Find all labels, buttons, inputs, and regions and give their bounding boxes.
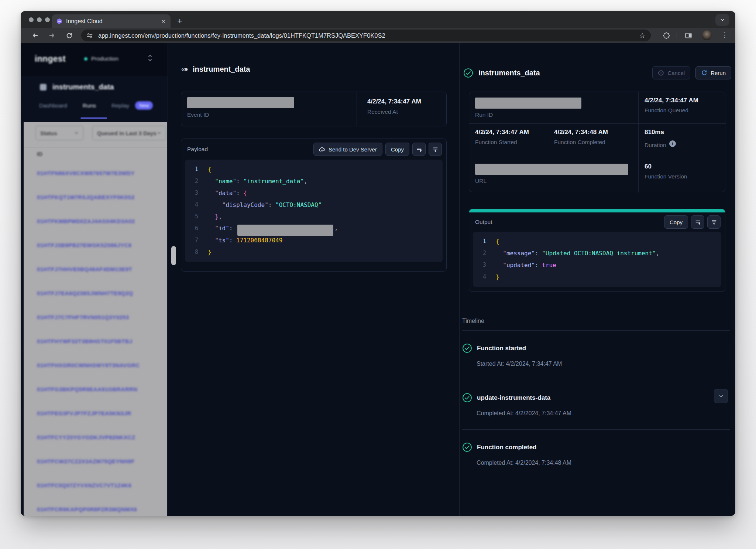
run-id-link[interactable]: 01HTFKQT1M7RSJQABEXYF0K0S2 <box>37 194 135 200</box>
run-id-row[interactable]: 01HTFG3BKPQ5R9EAA91GBRARRN <box>24 377 167 401</box>
send-to-dev-server-button[interactable]: Send to Dev Server <box>313 143 382 156</box>
tab-runs[interactable]: Runs <box>83 102 96 109</box>
lines-down-arrow-icon <box>711 219 717 225</box>
sidebar-scrollbar-thumb[interactable] <box>171 246 176 265</box>
run-id-row[interactable]: 01HTFCW27CZ2X3AZM75QEYNH9F <box>24 449 167 473</box>
extensions-button[interactable] <box>662 31 671 40</box>
event-panel: «● instrument_data Event ID 4/2/24, 7:34… <box>168 43 459 516</box>
output-scroll-to-bottom-button[interactable] <box>707 215 721 229</box>
run-id-link[interactable]: 01HTFJ7C7FHF7RVN051Q3Y0253 <box>37 314 129 320</box>
tab-dashboard[interactable]: Dashboard <box>39 102 67 109</box>
reload-icon <box>66 32 73 39</box>
run-id-row[interactable]: 01HTFCR9KAPQP0R8PZR3MQNMX6 <box>24 497 167 516</box>
payload-code[interactable]: 1{2 "name": "instrument_data",3 "data": … <box>185 160 443 262</box>
run-id-row[interactable]: 01HTFC5Q07ZYVXNZVC7VT1Z4K6 <box>24 473 167 497</box>
url-bar[interactable]: app.inngest.com/env/production/functions… <box>81 30 651 41</box>
run-id-row[interactable]: 01HTFJ3B9PB27EWGK5Z086JYC8 <box>24 233 167 257</box>
minimize-window-button[interactable] <box>37 17 42 22</box>
rerun-button[interactable]: Rerun <box>695 66 731 79</box>
info-icon[interactable]: i <box>669 140 676 147</box>
inngest-logo[interactable]: inngest <box>35 54 66 64</box>
timeline-item: update-instruments-data Completed At: 4/… <box>462 380 730 430</box>
env-chevrons-icon[interactable] <box>148 54 152 62</box>
run-id-link[interactable]: 01HTFJ7EA6Q238SJWNH7TE9Q2Q <box>37 290 133 296</box>
function-completed-cell: 4/2/24, 7:34:48 AM Function Completed <box>548 124 638 158</box>
run-id-link[interactable]: 01HTFJ7HHVE0BQ48AF4DM13E9T <box>37 266 132 272</box>
cancel-button[interactable]: Cancel <box>652 66 690 79</box>
payload-copy-button[interactable]: Copy <box>385 143 409 156</box>
browser-menu-button[interactable]: ⋮ <box>721 30 728 40</box>
timeline-item-title: update-instruments-data <box>477 394 550 402</box>
function-icon <box>40 84 47 91</box>
step-success-check-icon <box>462 393 472 403</box>
run-id-row[interactable]: 01HTFCYYZ0YGYGDKJVP82NKXCZ <box>24 425 167 449</box>
chevron-down-icon <box>74 131 79 135</box>
run-id-link[interactable]: 01HTFG3BKPQ5R9EAA91GBRARRN <box>37 386 137 392</box>
output-success-accent <box>469 209 725 212</box>
new-badge: New <box>135 101 153 110</box>
active-tab-underline <box>80 117 107 119</box>
output-word-wrap-button[interactable] <box>691 215 704 229</box>
run-id-link[interactable]: 01HTFEG3FVJP7FZJP7EA5KN3JR <box>37 410 131 416</box>
lines-down-arrow-icon <box>432 146 439 153</box>
profile-avatar[interactable] <box>702 30 712 40</box>
timeline-title: Timeline <box>462 318 730 331</box>
scroll-to-bottom-button[interactable] <box>429 143 442 156</box>
run-id-link[interactable]: 01HTFHXGR0CWNHSWY8T3NAVGRC <box>37 362 140 368</box>
output-copy-button[interactable]: Copy <box>664 215 688 229</box>
run-id-link[interactable]: 01HTFCYYZ0YGYGDKJVP82NKXCZ <box>37 434 135 440</box>
run-id-link[interactable]: 01HTFJ3B9PB27EWGK5Z086JYC8 <box>37 242 131 248</box>
run-id-row[interactable]: 01HTFHYWF32T3B9HGT01F5BTBJ <box>24 329 167 353</box>
function-title: instruments_data <box>52 83 114 91</box>
timeline-expand-button[interactable] <box>714 389 728 403</box>
new-tab-button[interactable]: + <box>177 15 182 27</box>
run-id-row[interactable]: 01HTFKMBPMD0ZAJ4AG04KD3A02 <box>24 209 167 233</box>
zoom-window-button[interactable] <box>45 17 50 22</box>
window-controls[interactable] <box>29 17 50 22</box>
code-line: 8} <box>185 246 443 258</box>
run-id-link[interactable]: 01HTFCW27CZ2X3AZM75QEYNH9F <box>37 458 135 464</box>
run-id-row[interactable]: 01HTFN86XV8CXW87657W7E3WDY <box>24 161 167 185</box>
rerun-icon <box>701 70 707 76</box>
run-id-link[interactable]: 01HTFN86XV8CXW87657W7E3WDY <box>37 170 135 176</box>
output-code[interactable]: 1{2 "message": "Updated OCTO:NASDAQ inst… <box>473 232 721 287</box>
code-line: 2 "message": "Updated OCTO:NASDAQ instru… <box>473 247 721 259</box>
environment-selector[interactable]: Production <box>84 55 118 62</box>
close-tab-icon[interactable]: × <box>161 18 166 25</box>
word-wrap-button[interactable] <box>412 143 426 156</box>
forward-button[interactable] <box>47 31 57 40</box>
run-id-redaction <box>475 98 581 109</box>
run-id-link[interactable]: 01HTFKMBPMD0ZAJ4AG04KD3A02 <box>37 218 135 224</box>
tab-replay[interactable]: Replay <box>111 102 129 109</box>
run-id-link[interactable]: 01HTFCR9KAPQP0R8PZR3MQNMX6 <box>37 506 137 512</box>
url-text[interactable]: app.inngest.com/env/production/functions… <box>98 32 639 39</box>
browser-tab[interactable]: Inngest Cloud × <box>52 14 171 28</box>
back-button[interactable] <box>30 31 40 40</box>
run-id-link[interactable]: 01HTFHYWF32T3B9HGT01F5BTBJ <box>37 338 133 344</box>
tab-title: Inngest Cloud <box>66 18 161 25</box>
run-id-row[interactable]: 01HTFHXGR0CWNHSWY8T3NAVGRC <box>24 353 167 377</box>
site-settings-icon[interactable] <box>86 32 93 39</box>
bookmark-star-icon[interactable]: ☆ <box>639 31 646 40</box>
tab-search-button[interactable] <box>715 14 729 26</box>
run-id-link[interactable]: 01HTFC5Q07ZYVXNZVC7VT1Z4K6 <box>37 482 131 488</box>
close-window-button[interactable] <box>29 17 34 22</box>
word-wrap-icon <box>416 146 422 153</box>
code-line: 2 "name": "instrument_data", <box>185 175 443 187</box>
success-check-icon <box>463 68 473 78</box>
run-id-row[interactable]: 01HTFJ7EA6Q238SJWNH7TE9Q2Q <box>24 281 167 305</box>
time-filter-dropdown[interactable]: Queued in Last 3 Days <box>92 126 166 140</box>
code-line: 4} <box>473 271 721 283</box>
run-id-row[interactable]: 01HTFEG3FVJP7FZJP7EA5KN3JR <box>24 401 167 425</box>
back-arrow-icon <box>31 32 39 39</box>
run-header: instruments_data Cancel Rerun <box>463 65 731 80</box>
run-id-row[interactable]: 01HTFJ7HHVE0BQ48AF4DM13E9T <box>24 257 167 281</box>
status-filter-dropdown[interactable]: Status <box>35 126 83 140</box>
event-info-card: Event ID 4/2/24, 7:34:47 AM Received At <box>181 92 447 126</box>
run-id-row[interactable]: 01HTFJ7C7FHF7RVN051Q3Y0253 <box>24 305 167 329</box>
side-panel-button[interactable] <box>684 31 693 40</box>
reload-button[interactable] <box>64 31 74 40</box>
payload-actions: Send to Dev Server Copy <box>313 143 442 156</box>
run-id-row[interactable]: 01HTFKQT1M7RSJQABEXYF0K0S2 <box>24 185 167 209</box>
received-at-label: Received At <box>367 109 446 115</box>
